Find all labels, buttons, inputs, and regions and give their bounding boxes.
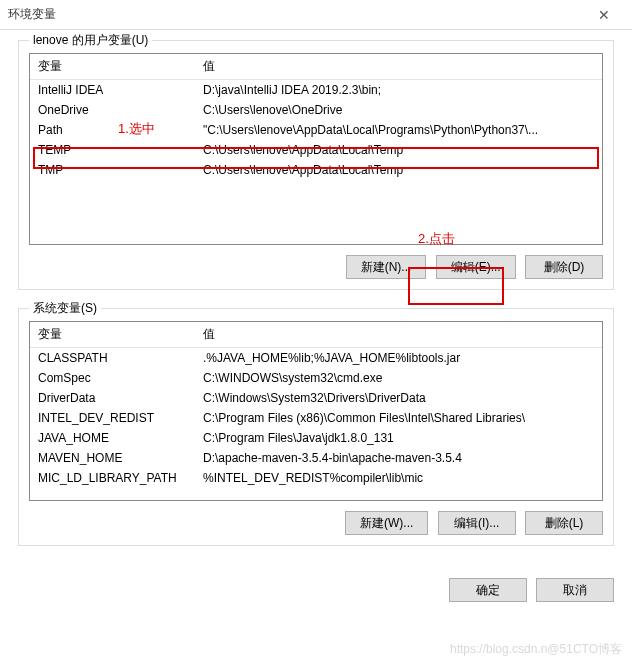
system-new-button[interactable]: 新建(W)...	[345, 511, 428, 535]
system-vars-group: 系统变量(S) 变量 值 CLASSPATH.%JAVA_HOME%lib;%J…	[18, 308, 614, 546]
footer-row: 确定 取消	[0, 572, 632, 614]
user-delete-button[interactable]: 删除(D)	[525, 255, 603, 279]
close-icon[interactable]: ✕	[584, 7, 624, 23]
col-val[interactable]: 值	[195, 54, 602, 80]
table-row[interactable]: IntelliJ IDEAD:\java\IntelliJ IDEA 2019.…	[30, 80, 602, 101]
system-edit-button[interactable]: 编辑(I)...	[438, 511, 516, 535]
watermark: https://blog.csdn.n@51CTO博客	[450, 641, 622, 658]
dialog-body: lenove 的用户变量(U) 变量 值 IntelliJ IDEAD:\jav…	[0, 30, 632, 572]
ok-button[interactable]: 确定	[449, 578, 527, 602]
system-vars-table: 变量 值 CLASSPATH.%JAVA_HOME%lib;%JAVA_HOME…	[30, 322, 602, 488]
table-row[interactable]: MAVEN_HOMED:\apache-maven-3.5.4-bin\apac…	[30, 448, 602, 468]
table-row[interactable]: JAVA_HOMEC:\Program Files\Java\jdk1.8.0_…	[30, 428, 602, 448]
user-edit-button[interactable]: 编辑(E)...	[436, 255, 516, 279]
table-row[interactable]: MIC_LD_LIBRARY_PATH%INTEL_DEV_REDIST%com…	[30, 468, 602, 488]
col-val[interactable]: 值	[195, 322, 602, 348]
cancel-button[interactable]: 取消	[536, 578, 614, 602]
col-var[interactable]: 变量	[30, 322, 195, 348]
system-vars-table-wrap[interactable]: 变量 值 CLASSPATH.%JAVA_HOME%lib;%JAVA_HOME…	[29, 321, 603, 501]
table-row[interactable]: OneDriveC:\Users\lenove\OneDrive	[30, 100, 602, 120]
system-vars-legend: 系统变量(S)	[29, 300, 101, 317]
window-title: 环境变量	[8, 6, 584, 23]
user-btn-row: 新建(N)... 编辑(E)... 删除(D)	[29, 255, 603, 279]
system-btn-row: 新建(W)... 编辑(I)... 删除(L)	[29, 511, 603, 535]
user-vars-table-wrap[interactable]: 变量 值 IntelliJ IDEAD:\java\IntelliJ IDEA …	[29, 53, 603, 245]
table-row[interactable]: CLASSPATH.%JAVA_HOME%lib;%JAVA_HOME%libt…	[30, 348, 602, 369]
table-row[interactable]: TMPC:\Users\lenove\AppData\Local\Temp	[30, 160, 602, 180]
titlebar: 环境变量 ✕	[0, 0, 632, 30]
col-var[interactable]: 变量	[30, 54, 195, 80]
table-row[interactable]: ComSpecC:\WINDOWS\system32\cmd.exe	[30, 368, 602, 388]
table-row[interactable]: INTEL_DEV_REDISTC:\Program Files (x86)\C…	[30, 408, 602, 428]
user-vars-group: lenove 的用户变量(U) 变量 值 IntelliJ IDEAD:\jav…	[18, 40, 614, 290]
system-delete-button[interactable]: 删除(L)	[525, 511, 603, 535]
table-row[interactable]: Path"C:\Users\lenove\AppData\Local\Progr…	[30, 120, 602, 140]
table-row[interactable]: DriverDataC:\Windows\System32\Drivers\Dr…	[30, 388, 602, 408]
table-row[interactable]: TEMPC:\Users\lenove\AppData\Local\Temp	[30, 140, 602, 160]
user-new-button[interactable]: 新建(N)...	[346, 255, 427, 279]
user-vars-legend: lenove 的用户变量(U)	[29, 32, 152, 49]
user-vars-table: 变量 值 IntelliJ IDEAD:\java\IntelliJ IDEA …	[30, 54, 602, 180]
